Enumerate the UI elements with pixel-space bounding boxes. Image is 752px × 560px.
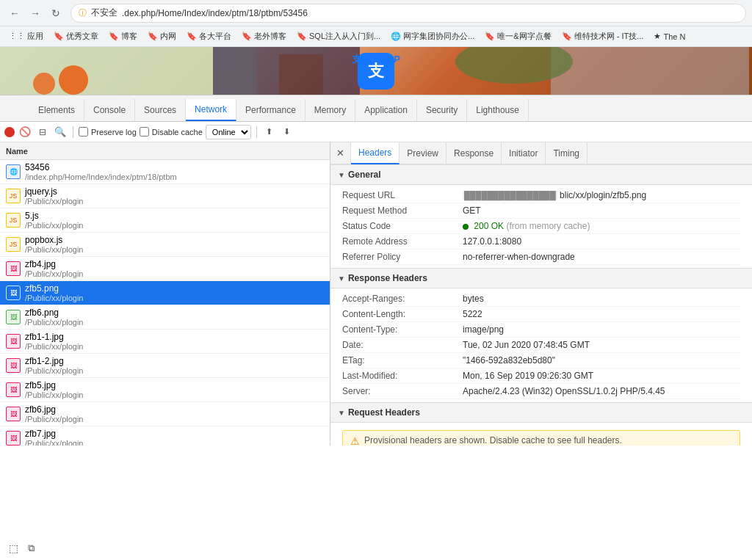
svg-rect-0 [0, 47, 257, 95]
list-item-active[interactable]: 🖼 zfb5.png /Public/xx/plogin [0, 281, 330, 305]
bookmark-articles[interactable]: 🔖 优秀文章 [49, 29, 103, 44]
header-value: "1466-592a832eb5d80" [463, 355, 555, 366]
bookmark-weite[interactable]: 🔖 唯一&网字点餐 [480, 29, 555, 44]
bookmark-wangzi[interactable]: 🌐 网字集团协同办公... [386, 29, 479, 44]
file-path: /Public/xx/plogin [25, 342, 84, 351]
apps-icon: ⋮⋮ [9, 32, 25, 41]
list-item[interactable]: JS popbox.js /Public/xx/plogin [0, 233, 330, 257]
bookmark-star[interactable]: ★ The N [649, 29, 690, 43]
bookmark-blog-label: 博客 [121, 31, 137, 42]
import-button[interactable]: ⬆ [262, 125, 277, 139]
tab-memory[interactable]: Memory [306, 99, 355, 121]
general-section-body: Request URL ████████████████ blic/xx/plo… [330, 185, 752, 268]
devtools-device-button[interactable]: ⧉ [24, 541, 38, 556]
file-path: /Public/xx/plogin [25, 366, 84, 375]
list-item[interactable]: 🖼 zfb5.jpg /Public/xx/plogin [0, 378, 330, 402]
tab-console[interactable]: Console [84, 99, 135, 121]
refresh-button[interactable]: ↻ [47, 4, 65, 22]
file-icon-img: 🖼 [6, 431, 21, 446]
tab-application[interactable]: Application [355, 99, 417, 121]
file-path: /Public/xx/plogin [25, 318, 84, 327]
list-item[interactable]: 🖼 zfb7.jpg /Public/xx/plogin [0, 426, 330, 446]
request-section-header[interactable]: ▼ Request Headers [330, 402, 752, 423]
preserve-log-label[interactable]: Preserve log [79, 127, 137, 137]
tab-network[interactable]: Network [186, 99, 236, 121]
list-item[interactable]: JS 5.js /Public/xx/plogin [0, 208, 330, 233]
file-info: zfb7.jpg /Public/xx/plogin [25, 429, 84, 446]
disable-cache-label[interactable]: Disable cache [140, 127, 203, 137]
bookmark-blog[interactable]: 🔖 博客 [104, 29, 142, 44]
bookmark-it[interactable]: 🔖 维特技术网 - IT技... [557, 29, 648, 44]
tab-sources[interactable]: Sources [135, 99, 186, 121]
throttle-select[interactable]: Online [206, 125, 251, 139]
detail-tab-response[interactable]: Response [446, 142, 502, 164]
list-item[interactable]: 🖼 zfb1-2.jpg /Public/xx/plogin [0, 354, 330, 378]
header-name: Referrer Policy [342, 252, 460, 262]
detail-tab-initiator[interactable]: Initiator [502, 142, 546, 164]
detail-tab-timing[interactable]: Timing [546, 142, 588, 164]
alipay-banner: 支付宝APP 支 [0, 47, 752, 95]
list-item[interactable]: 🖼 zfb4.jpg /Public/xx/plogin [0, 257, 330, 281]
bookmark-platforms[interactable]: 🔖 各大平台 [182, 29, 236, 44]
divider-1 [73, 126, 73, 138]
header-value: 127.0.0.1:8080 [463, 236, 521, 247]
header-row: Server: Apache/2.4.23 (Win32) OpenSSL/1.… [342, 384, 740, 399]
record-button[interactable] [4, 127, 15, 137]
close-detail-button[interactable]: ✕ [330, 142, 351, 164]
svg-rect-5 [551, 47, 749, 95]
tab-lighthouse[interactable]: Lighthouse [467, 99, 529, 121]
clear-button[interactable]: 🚫 [18, 125, 32, 139]
export-button[interactable]: ⬇ [280, 125, 294, 139]
file-icon-js: JS [6, 189, 21, 203]
response-section-header[interactable]: ▼ Response Headers [330, 268, 752, 288]
file-icon-img: 🖼 [6, 407, 21, 421]
tab-security[interactable]: Security [417, 99, 467, 121]
bookmark-sql[interactable]: 🔖 SQL注入从入门到... [292, 29, 385, 44]
general-section-header[interactable]: ▼ General [330, 164, 752, 185]
file-icon-img: 🖼 [6, 334, 21, 349]
list-item[interactable]: 🌐 53456 /index.php/Home/Index/index/ptm/… [0, 160, 330, 184]
file-info: zfb6.png /Public/xx/plogin [25, 308, 84, 327]
back-button[interactable]: ← [6, 4, 24, 22]
filter-button[interactable]: ⊟ [35, 125, 50, 139]
bookmark-laowai[interactable]: 🔖 老外博客 [237, 29, 291, 44]
list-item[interactable]: JS jquery.js /Public/xx/plogin [0, 184, 330, 208]
header-value: Apache/2.4.23 (Win32) OpenSSL/1.0.2j PHP… [463, 386, 665, 396]
file-name: 53456 [25, 162, 177, 172]
bookmark-wangzi-label: 网字集团协同办公... [403, 31, 474, 42]
header-value: 5222 [463, 309, 482, 319]
search-button[interactable]: 🔍 [53, 125, 68, 139]
bookmark-sql-label: SQL注入从入门到... [309, 31, 380, 42]
file-name: popbox.js [25, 235, 84, 245]
detail-tab-preview[interactable]: Preview [400, 142, 446, 164]
header-row: Content-Length: 5222 [342, 307, 740, 322]
list-item[interactable]: 🖼 zfb6.png /Public/xx/plogin [0, 305, 330, 330]
bookmark-apps[interactable]: ⋮⋮ 应用 [4, 29, 48, 44]
bookmark-icon-3: 🔖 [148, 32, 158, 41]
bookmarks-bar: ⋮⋮ 应用 🔖 优秀文章 🔖 博客 🔖 内网 🔖 各大平台 🔖 老外博客 🔖 S… [0, 26, 752, 47]
devtools-content: Name 🌐 53456 /index.php/Home/Index/index… [0, 142, 752, 446]
file-icon-doc: 🌐 [6, 164, 21, 179]
header-value: GET [463, 206, 481, 216]
header-row: Remote Address 127.0.0.1:8080 [342, 234, 740, 250]
bookmark-apps-label: 应用 [27, 31, 43, 42]
response-section-label: Response Headers [348, 273, 427, 283]
bookmark-intranet[interactable]: 🔖 内网 [143, 29, 181, 44]
tab-elements[interactable]: Elements [29, 99, 84, 121]
list-item[interactable]: 🖼 zfb1-1.jpg /Public/xx/plogin [0, 330, 330, 354]
forward-button[interactable]: → [26, 4, 44, 22]
devtools-inspect-button[interactable]: ⬚ [6, 541, 21, 556]
disable-cache-checkbox[interactable] [140, 127, 149, 137]
file-name: 5.js [25, 211, 84, 221]
header-row: Request Method GET [342, 203, 740, 219]
header-name: Request Method [342, 206, 460, 216]
address-bar[interactable]: ⓘ 不安全 .dex.php/Home/Index/index/ptm/18/p… [70, 4, 746, 23]
tab-performance[interactable]: Performance [236, 99, 306, 121]
star-icon: ★ [654, 32, 661, 41]
file-path: /Public/xx/plogin [25, 221, 84, 230]
preserve-log-checkbox[interactable] [79, 127, 88, 137]
list-item[interactable]: 🖼 zfb6.jpg /Public/xx/plogin [0, 402, 330, 426]
file-info: zfb5.jpg /Public/xx/plogin [25, 380, 84, 399]
detail-tab-headers[interactable]: Headers [351, 142, 400, 164]
svg-point-6 [455, 47, 573, 84]
